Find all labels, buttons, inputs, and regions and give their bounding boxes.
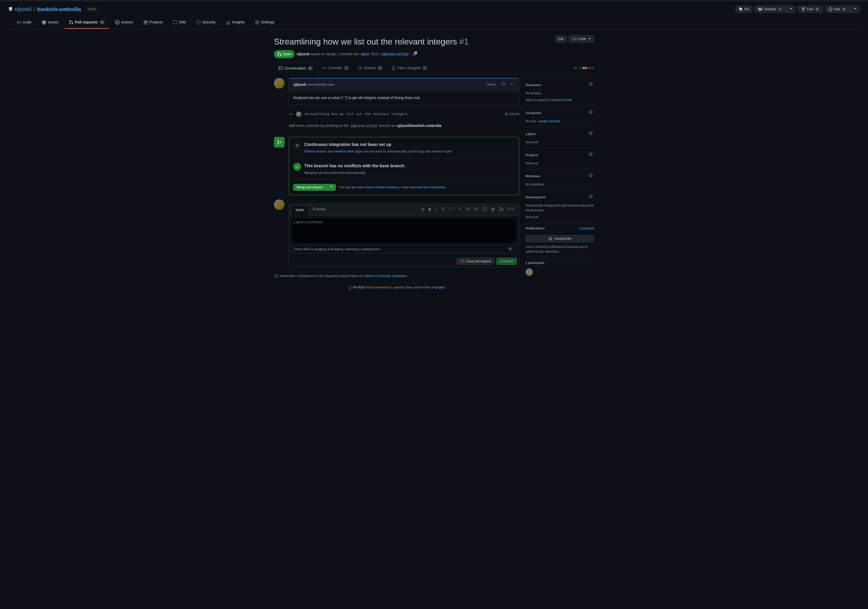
assignees-header[interactable]: Assignees — [525, 110, 541, 115]
gear-icon[interactable] — [588, 151, 594, 159]
reply-icon[interactable] — [506, 205, 516, 214]
attach-hint[interactable]: Attach files by dragging & dropping, sel… — [291, 245, 517, 253]
fork-button[interactable]: Fork 0 — [798, 6, 823, 13]
svg-point-13 — [296, 145, 297, 146]
star-dropdown[interactable] — [850, 6, 860, 13]
unsubscribe-button[interactable]: Unsubscribe — [525, 235, 594, 242]
nav-pulls[interactable]: Pull requests1 — [65, 17, 109, 29]
ol-icon[interactable]: 123 — [473, 205, 480, 214]
avatar[interactable] — [274, 78, 285, 89]
preview-tab[interactable]: Preview — [308, 204, 330, 215]
file-diff-icon — [392, 66, 396, 70]
svg-point-7 — [504, 83, 504, 84]
pin-button[interactable]: Pin — [735, 6, 752, 13]
code-button[interactable]: Code — [569, 35, 594, 43]
chevron-down-icon — [587, 37, 591, 41]
development-header[interactable]: Development — [525, 195, 545, 200]
mention-icon[interactable]: @ — [490, 205, 496, 214]
nav-settings[interactable]: Settings — [251, 17, 279, 29]
commit-row: Streamlining how we list out the relevan… — [274, 109, 519, 119]
ul-icon[interactable] — [464, 205, 472, 214]
copy-icon[interactable] — [412, 50, 418, 58]
pr-author[interactable]: njlyon0 — [297, 52, 310, 56]
bell-slash-icon — [548, 236, 552, 241]
head-branch[interactable]: improve-script — [380, 53, 410, 56]
nav-wiki[interactable]: Wiki — [169, 17, 190, 29]
tab-conversation[interactable]: Conversation0 — [274, 62, 318, 74]
edit-button[interactable]: Edit — [555, 35, 567, 43]
reviewers-header[interactable]: Reviewers — [525, 83, 541, 87]
quote-icon[interactable] — [439, 205, 446, 214]
merge-button[interactable]: Merge pull request — [293, 184, 326, 191]
comment-textarea[interactable] — [291, 218, 517, 244]
owner-badge: Owner — [485, 82, 498, 87]
files-changed-link[interactable]: Files changed — [423, 285, 445, 289]
write-tab[interactable]: Write — [291, 205, 308, 216]
gear-icon[interactable] — [588, 109, 594, 117]
projects-header[interactable]: Projects — [525, 153, 538, 157]
svg-rect-1 — [144, 20, 148, 24]
base-branch[interactable]: main — [360, 53, 370, 56]
comment-author[interactable]: njlyon0 — [293, 82, 306, 87]
assign-self-link[interactable]: assign yourself — [539, 119, 560, 123]
gear-icon[interactable] — [588, 130, 594, 138]
owner-link[interactable]: njlyon0 — [15, 5, 31, 13]
tasklist-icon[interactable] — [481, 205, 488, 214]
project-icon — [144, 20, 148, 25]
nav-issues[interactable]: Issues — [38, 17, 62, 29]
tab-files[interactable]: Files changed1 — [387, 62, 432, 73]
github-actions-link[interactable]: GitHub Actions — [304, 149, 327, 153]
gear-icon[interactable] — [588, 193, 594, 201]
nav-security[interactable]: Security — [192, 17, 220, 29]
info-icon — [274, 274, 278, 278]
kebab-icon[interactable] — [508, 81, 515, 89]
code-icon[interactable] — [448, 205, 455, 214]
ci-title: Continuous integration has not been set … — [304, 141, 453, 148]
watch-dropdown[interactable] — [786, 6, 796, 13]
watch-button[interactable]: Unwatch 1 — [755, 6, 786, 13]
merge-dropdown[interactable] — [326, 184, 336, 191]
milestone-header[interactable]: Milestone — [525, 174, 540, 179]
tab-commits[interactable]: Commits1 — [318, 62, 353, 73]
customize-link[interactable]: Customize — [579, 226, 594, 231]
book-icon — [173, 20, 177, 25]
code-icon — [17, 20, 21, 25]
checklist-icon — [358, 66, 362, 70]
avatar[interactable] — [274, 199, 285, 210]
shield-icon — [197, 20, 201, 25]
close-pr-button[interactable]: Close pull request — [456, 258, 494, 265]
tab-checks[interactable]: Checks0 — [353, 62, 388, 73]
issue-icon — [42, 20, 46, 25]
svg-point-16 — [466, 209, 467, 209]
commit-message[interactable]: Streamlining how we list out the relevan… — [304, 112, 502, 117]
labels-header[interactable]: Labels — [525, 132, 536, 137]
desktop-link[interactable]: open this in GitHub Desktop — [358, 185, 397, 189]
star-button[interactable]: Star 0 — [825, 6, 850, 13]
gear-icon[interactable] — [588, 81, 594, 89]
nav-projects[interactable]: Projects — [140, 17, 167, 29]
heading-icon[interactable]: H — [420, 205, 426, 214]
repo-link[interactable]: bookish-umbrella — [37, 5, 81, 13]
smiley-icon[interactable] — [500, 81, 506, 89]
code-icon — [572, 37, 577, 41]
svg-rect-2 — [145, 21, 146, 23]
comment-button[interactable]: Comment — [496, 258, 517, 265]
avatar[interactable] — [296, 112, 301, 117]
bold-icon[interactable]: B — [427, 205, 433, 214]
visibility-badge: Public — [85, 6, 99, 12]
pr-icon — [69, 20, 73, 25]
other-apps-link[interactable]: several other apps — [335, 149, 363, 153]
commit-sha[interactable]: 8c7504d — [505, 112, 519, 117]
nav-actions[interactable]: Actions — [111, 17, 137, 29]
italic-icon[interactable]: I — [434, 205, 438, 214]
eye-icon — [758, 7, 762, 11]
reference-icon[interactable] — [498, 205, 505, 214]
nav-code[interactable]: Code — [12, 17, 36, 29]
nav-insights[interactable]: Insights — [222, 17, 249, 29]
participant-avatar[interactable] — [525, 269, 533, 276]
convert-draft-link[interactable]: Convert to draft — [550, 98, 572, 102]
link-icon[interactable] — [456, 205, 463, 214]
gear-icon[interactable] — [588, 172, 594, 180]
cli-link[interactable]: command line instructions — [409, 185, 446, 189]
guidelines-link[interactable]: GitHub Community Guidelines — [364, 274, 407, 278]
